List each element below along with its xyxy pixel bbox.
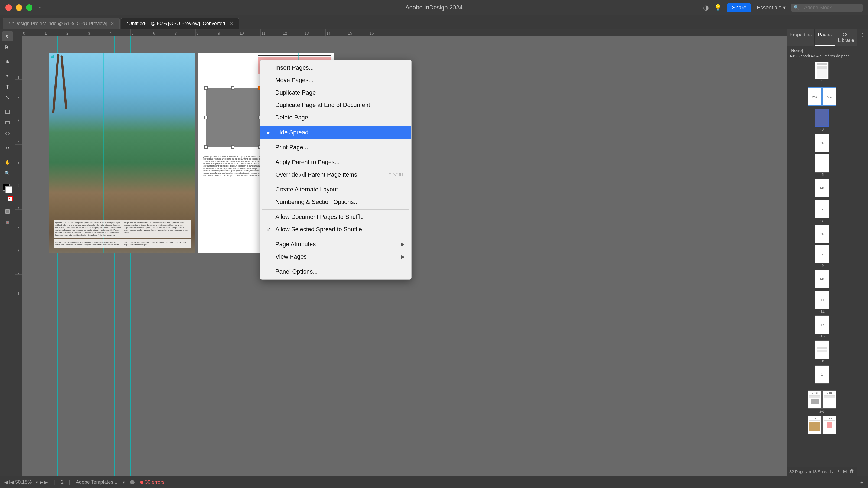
menu-item-panel-options[interactable]: Panel Options... (260, 265, 411, 278)
selected-object[interactable] (206, 88, 260, 147)
page-thumb-15[interactable]: -15 (815, 315, 829, 334)
tab-cc-libraries[interactable]: CC Librarie (835, 29, 857, 46)
tab-properties[interactable]: Properties (787, 29, 815, 46)
page-thumb-9[interactable]: -9 (815, 245, 829, 264)
menu-item-apply-parent[interactable]: Apply Parent to Pages... (260, 156, 411, 169)
home-icon[interactable]: ⌂ (38, 5, 42, 11)
zoom-prev-button[interactable]: ◀ (4, 480, 7, 485)
menu-item-move-pages[interactable]: Move Pages... (260, 74, 411, 86)
page-thumb-3[interactable]: -3 (815, 109, 829, 127)
ellipse-tool[interactable] (2, 129, 13, 139)
rect-tool[interactable] (2, 118, 13, 127)
zoom-last-button[interactable]: ▶| (44, 480, 49, 485)
page-thumb-5[interactable]: -5 (815, 154, 829, 173)
panel-toggle-icon[interactable]: ⟩ (862, 32, 864, 38)
line-tool[interactable]: | (0, 90, 15, 105)
page-number: 2 (61, 479, 64, 485)
handle-bl[interactable] (205, 146, 208, 149)
tab-pages[interactable]: Pages (815, 29, 835, 46)
light-icon[interactable]: 💡 (714, 4, 721, 11)
tab-project[interactable]: *InDesign Project.indd @ 51% [GPU Previe… (3, 18, 120, 29)
ruler-vertical: 1 2 3 4 5 6 7 8 9 0 1 (15, 36, 22, 476)
minimize-button[interactable] (16, 4, 22, 11)
menu-item-page-attributes[interactable]: Page Attributes ▶ (260, 238, 411, 250)
zoom-first-button[interactable]: |◀ (9, 480, 13, 485)
page-thumb-a41c[interactable]: A41 (815, 270, 829, 288)
titlebar: ⌂ Adobe InDesign 2024 ◑ 💡 Share Essentia… (0, 0, 868, 15)
page-left[interactable]: ⊞ Quiatam qui di occus, ut explis et ape… (49, 53, 195, 253)
menu-separator-5 (262, 209, 409, 210)
zoom-tool[interactable]: 🔍 (2, 168, 13, 178)
share-button[interactable]: Share (727, 3, 751, 12)
menu-item-insert-pages[interactable]: Insert Pages... (260, 61, 411, 74)
page-thumb-ltr1[interactable]: LTR1 (822, 390, 836, 409)
zoom-next-button[interactable]: ▶ (39, 480, 43, 485)
page-thumb-ltr2[interactable]: LTR2 (808, 390, 822, 409)
menu-item-duplicate-end[interactable]: Duplicate Page at End of Document (260, 99, 411, 111)
menu-label-insert-pages: Insert Pages... (275, 64, 314, 71)
gap-tool[interactable]: ⊕ (2, 57, 13, 66)
menu-item-duplicate-page[interactable]: Duplicate Page (260, 86, 411, 99)
page-thumb-a42c[interactable]: A42 (815, 224, 829, 243)
add-page-icon[interactable]: + (837, 468, 840, 475)
menu-item-override-all[interactable]: Override All Parent Page Items ⌃⌥⇧L (260, 169, 411, 181)
handle-bm[interactable] (231, 146, 235, 149)
page-thumb-a42b[interactable]: A42 (815, 133, 829, 152)
menu-item-create-alternate[interactable]: Create Alternate Layout... (260, 183, 411, 196)
direct-select-tool[interactable] (2, 42, 13, 52)
none-swatch[interactable] (7, 196, 13, 202)
spread-pages: A42 A41 (808, 88, 836, 106)
page-thumb-ltr2b[interactable]: LTR2 (808, 416, 822, 434)
context-menu[interactable]: Insert Pages... Move Pages... Duplicate … (260, 60, 411, 280)
pen-tool[interactable]: ✒ (2, 71, 13, 81)
search-input[interactable] (801, 3, 861, 12)
apply-effects-tool[interactable] (2, 217, 13, 227)
master-page-thumb-container[interactable]: 1 (815, 62, 829, 84)
tab-untitled[interactable]: *Untitled-1 @ 50% [GPU Preview] [Convert… (121, 18, 239, 29)
menu-item-allow-selected-shuffle[interactable]: ✓ Allow Selected Spread to Shuffle (260, 223, 411, 236)
rect-frame-tool[interactable] (2, 107, 13, 117)
hand-tool[interactable]: ✋ (2, 157, 13, 167)
page-thumb-11[interactable]: -11 (815, 291, 829, 309)
tab-close-icon[interactable]: ✕ (230, 21, 234, 26)
handle-tm[interactable] (231, 86, 235, 90)
menu-label-move-pages: Move Pages... (275, 77, 313, 84)
type-tool[interactable]: T (2, 82, 13, 92)
page-thumb-a42[interactable]: A42 (808, 88, 822, 106)
menu-item-hide-spread[interactable]: ● Hide Spread (260, 126, 411, 139)
maximize-button[interactable] (26, 4, 32, 11)
fill-stroke-swatch[interactable] (3, 184, 12, 193)
scissors-tool[interactable]: ✂ (2, 143, 13, 153)
tab-close-icon[interactable]: ✕ (111, 21, 114, 26)
page-thumb-1b[interactable]: 1 (815, 365, 829, 384)
page-link-icon2[interactable]: ⊞ (843, 468, 847, 475)
menu-item-numbering[interactable]: Numbering & Section Options... (260, 196, 411, 208)
stroke-swatch (5, 186, 12, 193)
menu-item-allow-doc-shuffle[interactable]: Allow Document Pages to Shuffle (260, 211, 411, 223)
page-thumb-a41[interactable]: A41 (822, 88, 836, 106)
delete-page-icon[interactable]: 🗑 (849, 468, 855, 475)
svg-rect-5 (6, 121, 9, 124)
page-thumb-7[interactable]: -7 (815, 200, 829, 218)
zoom-dropdown-button[interactable]: ▾ (36, 480, 38, 485)
menu-item-print-page[interactable]: Print Page... (260, 141, 411, 154)
handle-tl[interactable] (205, 86, 208, 90)
layout-icon[interactable]: ⊞ (860, 479, 864, 485)
selection-tool[interactable] (2, 31, 13, 41)
menu-label-duplicate-page: Duplicate Page (275, 89, 316, 96)
close-button[interactable] (5, 4, 12, 11)
essentials-button[interactable]: Essentials ▾ (757, 4, 786, 11)
menu-shortcut-override: ⌃⌥⇧L (388, 172, 405, 178)
pages-list[interactable]: A42 A41 -3 -3 A (787, 86, 857, 467)
template-label[interactable]: Adobe Templates... (76, 479, 118, 485)
errors-indicator[interactable]: 36 errors (140, 479, 164, 485)
menu-item-view-pages[interactable]: View Pages ▶ (260, 250, 411, 263)
frame-fitting-tool[interactable] (2, 207, 13, 216)
master-section-header: [None] A41-Gabarit A4 – Numéros de page … (787, 46, 857, 60)
page-thumb-a41b[interactable]: A41 (815, 179, 829, 197)
page-thumb-16[interactable] (815, 340, 829, 359)
page-thumb-ltr1b[interactable]: LTR1 (822, 416, 836, 434)
menu-item-delete-page[interactable]: Delete Page (260, 111, 411, 124)
template-chevron[interactable]: ▾ (123, 480, 125, 485)
handle-ml[interactable] (205, 116, 208, 119)
